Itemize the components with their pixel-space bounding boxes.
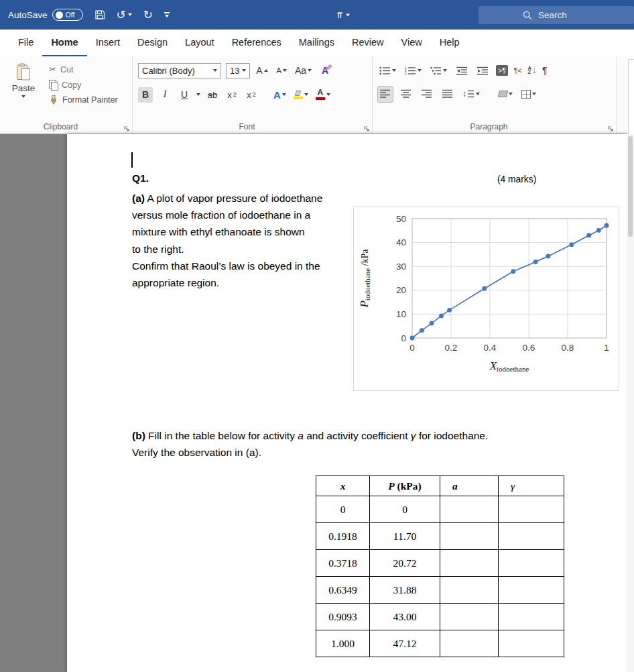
vapor-pressure-chart-object[interactable]: 0102030405000.20.40.60.81Piodoethane /kP…	[353, 207, 619, 391]
subscript-button[interactable]: x2	[225, 87, 239, 103]
change-case-dropdown-icon	[308, 69, 312, 72]
scrollbar-thumb[interactable]	[628, 136, 633, 237]
paste-dropdown-icon[interactable]	[21, 95, 25, 98]
undo-button[interactable]: ↺	[117, 9, 132, 21]
redo-button[interactable]: ↻	[143, 9, 153, 21]
text-effects-button[interactable]: A	[272, 87, 288, 103]
cell-x[interactable]: 0.3718	[316, 550, 370, 577]
cell-gamma[interactable]	[499, 604, 564, 630]
show-formatting-marks-button[interactable]: ¶	[542, 65, 548, 76]
decrease-indent-button[interactable]	[454, 63, 469, 78]
font-color-button[interactable]: A	[314, 87, 332, 103]
numbering-button[interactable]: 1 2 3	[403, 63, 423, 78]
save-button[interactable]	[94, 9, 105, 20]
borders-dropdown-icon[interactable]	[532, 93, 536, 95]
tab-layout[interactable]: Layout	[176, 30, 223, 56]
strikethrough-button[interactable]: ab	[205, 87, 220, 103]
cell-x[interactable]: 0	[316, 496, 370, 523]
cell-gamma[interactable]	[499, 523, 564, 550]
cut-button[interactable]: ✂ Cut	[49, 64, 118, 74]
cell-p[interactable]: 47.12	[370, 630, 440, 657]
undo-dropdown-icon[interactable]	[128, 13, 132, 16]
copy-button[interactable]: Copy	[49, 80, 118, 90]
align-right-button[interactable]	[420, 87, 434, 102]
highlight-dropdown-icon[interactable]	[304, 93, 308, 96]
cell-x[interactable]: 1.000	[316, 630, 370, 657]
shading-dropdown-icon[interactable]	[509, 93, 513, 95]
tab-mailings[interactable]: Mailings	[290, 30, 343, 56]
cell-p[interactable]: 0	[370, 496, 440, 523]
multilevel-dropdown-icon[interactable]	[443, 69, 447, 72]
document-page[interactable]: Q1. (4 marks) (a) A plot of vapor pressu…	[67, 134, 627, 672]
borders-button[interactable]	[520, 87, 537, 102]
superscript-button[interactable]: x2	[244, 87, 259, 103]
svg-text:10: 10	[396, 309, 406, 319]
grow-font-button[interactable]: A	[255, 63, 269, 78]
vertical-scrollbar[interactable]	[627, 134, 634, 672]
underline-button[interactable]: U	[177, 87, 192, 103]
paragraph-dialog-launcher[interactable]	[607, 125, 614, 132]
sort-button[interactable]: AZ ↓	[528, 66, 536, 75]
document-title-menu[interactable]: ff	[337, 10, 350, 20]
copy-label: Copy	[62, 80, 81, 90]
tab-review[interactable]: Review	[343, 30, 393, 56]
search-box[interactable]: Search	[479, 6, 634, 24]
rtl-text-direction-button[interactable]: ¶<	[514, 66, 522, 74]
line-spacing-button[interactable]: ↕	[461, 87, 481, 102]
cell-a[interactable]	[440, 550, 499, 577]
cell-gamma[interactable]	[499, 630, 564, 657]
tab-view[interactable]: View	[393, 30, 431, 56]
italic-button[interactable]: I	[157, 87, 172, 103]
cell-p[interactable]: 31.88	[370, 577, 440, 604]
line-spacing-dropdown-icon[interactable]	[476, 93, 480, 95]
cell-p[interactable]: 43.00	[370, 604, 440, 630]
cell-x[interactable]: 0.9093	[316, 604, 370, 630]
cell-gamma[interactable]	[499, 550, 564, 577]
numbering-dropdown-icon[interactable]	[418, 69, 422, 72]
bold-button[interactable]: B	[138, 87, 153, 103]
cell-p[interactable]: 11.70	[370, 523, 440, 550]
multilevel-list-button[interactable]	[429, 63, 448, 78]
align-center-button[interactable]	[399, 87, 414, 102]
shading-button[interactable]	[497, 87, 514, 102]
underline-dropdown-icon[interactable]	[196, 93, 200, 96]
justify-button[interactable]	[440, 87, 455, 102]
text-highlight-button[interactable]	[292, 87, 310, 103]
font-size-combobox[interactable]: 13	[226, 63, 250, 78]
bullets-dropdown-icon[interactable]	[392, 69, 396, 72]
font-color-dropdown-icon[interactable]	[326, 93, 330, 96]
cell-a[interactable]	[440, 630, 499, 657]
activity-table[interactable]: x P (kPa) a γ 0 0 0.1918 11.70 0.3718 20…	[316, 475, 564, 657]
search-placeholder: Search	[538, 10, 567, 20]
align-left-button[interactable]	[378, 87, 393, 102]
cell-gamma[interactable]	[499, 496, 564, 523]
qat-customize-button[interactable]	[164, 12, 170, 17]
font-dialog-launcher[interactable]	[363, 125, 370, 132]
paste-button[interactable]: Paste	[5, 62, 42, 105]
cell-a[interactable]	[440, 523, 499, 550]
clear-formatting-button[interactable]: A	[318, 63, 332, 78]
cell-p[interactable]: 20.72	[370, 550, 440, 577]
format-painter-button[interactable]: Format Painter	[49, 95, 118, 105]
tab-design[interactable]: Design	[129, 30, 176, 56]
cell-a[interactable]	[440, 577, 499, 604]
cell-x[interactable]: 0.1918	[316, 523, 370, 550]
clipboard-dialog-launcher[interactable]	[123, 125, 130, 132]
increase-indent-button[interactable]	[475, 63, 490, 78]
cell-gamma[interactable]	[499, 577, 564, 604]
format-painter-label: Format Painter	[62, 95, 118, 105]
bullets-button[interactable]	[378, 63, 397, 78]
tab-home[interactable]: Home	[42, 30, 86, 56]
autosave-toggle[interactable]: Off	[52, 9, 83, 21]
tab-help[interactable]: Help	[431, 30, 468, 56]
tab-references[interactable]: References	[223, 30, 290, 56]
tab-file[interactable]: File	[9, 30, 42, 56]
change-case-button[interactable]: Aa	[294, 63, 313, 78]
shrink-font-button[interactable]: A	[274, 63, 289, 78]
cell-a[interactable]	[440, 496, 499, 523]
font-name-combobox[interactable]: Calibri (Body)	[138, 63, 221, 78]
cell-x[interactable]: 0.6349	[316, 577, 370, 604]
ltr-text-direction-button[interactable]: >¶	[496, 65, 508, 76]
tab-insert[interactable]: Insert	[87, 30, 129, 56]
cell-a[interactable]	[440, 604, 499, 630]
